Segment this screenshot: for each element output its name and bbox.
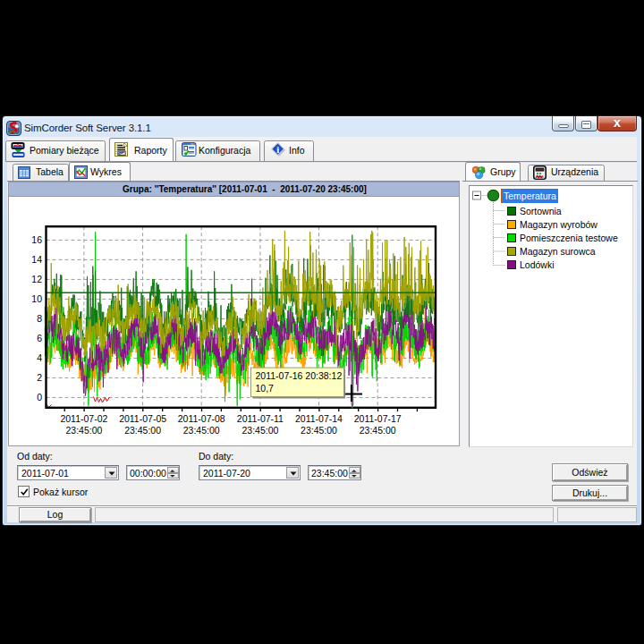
svg-text:14: 14 bbox=[31, 254, 42, 265]
svg-text:23:45:00: 23:45:00 bbox=[242, 425, 278, 436]
svg-text:0: 0 bbox=[37, 392, 42, 402]
svg-text:2011-07-17: 2011-07-17 bbox=[353, 412, 401, 423]
svg-text:4: 4 bbox=[37, 352, 42, 363]
svg-text:2011-07-11: 2011-07-11 bbox=[236, 412, 283, 423]
svg-text:23:45:00: 23:45:00 bbox=[65, 425, 102, 436]
svg-text:2011-07-14: 2011-07-14 bbox=[295, 412, 343, 423]
svg-text:2011-07-02: 2011-07-02 bbox=[60, 412, 107, 423]
svg-text:2011-07-16 20:38:12: 2011-07-16 20:38:12 bbox=[255, 370, 342, 381]
svg-text:2011-07-08: 2011-07-08 bbox=[177, 412, 225, 423]
svg-text:2: 2 bbox=[37, 372, 42, 383]
svg-text:16: 16 bbox=[31, 234, 42, 245]
svg-text:6: 6 bbox=[37, 333, 42, 343]
svg-text:i: i bbox=[276, 145, 279, 155]
svg-text:23:45:00: 23:45:00 bbox=[359, 425, 395, 436]
svg-text:10,7: 10,7 bbox=[255, 383, 274, 394]
svg-text:23:45:00: 23:45:00 bbox=[124, 425, 161, 436]
svg-text:10: 10 bbox=[31, 293, 42, 304]
svg-text:2011-07-05: 2011-07-05 bbox=[119, 412, 166, 423]
svg-text:23:45:00: 23:45:00 bbox=[301, 425, 337, 436]
svg-text:12: 12 bbox=[31, 274, 42, 284]
svg-text:23:45:00: 23:45:00 bbox=[182, 425, 219, 436]
svg-text:8: 8 bbox=[37, 313, 42, 324]
